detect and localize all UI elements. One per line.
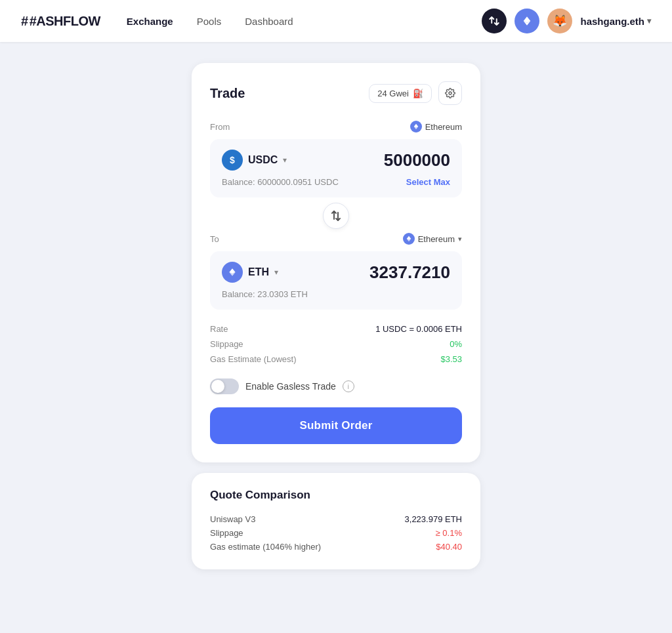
from-token-name: USDC bbox=[248, 154, 278, 166]
quote-slippage-row: Slippage ≥ 0.1% bbox=[210, 526, 462, 540]
trade-card: Trade 24 Gwei ⛽ From bbox=[192, 63, 480, 462]
logo-hash: # bbox=[21, 14, 28, 29]
to-label-row: To Ethereum ▾ bbox=[210, 233, 462, 245]
from-label: From bbox=[210, 122, 230, 132]
gwei-button[interactable]: 24 Gwei ⛽ bbox=[369, 84, 432, 103]
slippage-value: 0% bbox=[450, 339, 462, 349]
from-label-row: From Ethereum bbox=[210, 121, 462, 133]
card-header-right: 24 Gwei ⛽ bbox=[369, 81, 462, 105]
nav-right: 🦊 hashgang.eth ▾ bbox=[482, 9, 651, 33]
gas-value: $3.53 bbox=[440, 354, 462, 364]
slippage-row: Slippage 0% bbox=[210, 337, 462, 352]
to-network-icon bbox=[403, 233, 415, 245]
quote-gas-row: Gas estimate (1046% higher) $40.40 bbox=[210, 540, 462, 554]
to-network-chevron-icon: ▾ bbox=[458, 235, 462, 243]
to-token-row: ETH ▾ 3237.7210 bbox=[222, 262, 450, 283]
quote-slippage-value: ≥ 0.1% bbox=[436, 528, 462, 538]
rate-row: Rate 1 USDC = 0.0006 ETH bbox=[210, 321, 462, 337]
nav-links: Exchange Pools Dashboard bbox=[127, 16, 482, 27]
to-token-name: ETH bbox=[248, 266, 269, 278]
gasless-info-icon[interactable]: i bbox=[343, 380, 354, 392]
avatar-btn[interactable]: 🦊 bbox=[547, 9, 572, 33]
rate-info: Rate 1 USDC = 0.0006 ETH Slippage 0% Gas… bbox=[210, 321, 462, 367]
gas-label: Gas Estimate (Lowest) bbox=[210, 354, 297, 364]
from-network: Ethereum bbox=[410, 121, 462, 133]
to-token-amount: 3237.7210 bbox=[369, 262, 450, 283]
nav-exchange[interactable]: Exchange bbox=[127, 16, 173, 27]
gas-row: Gas Estimate (Lowest) $3.53 bbox=[210, 352, 462, 367]
select-max-button[interactable]: Select Max bbox=[406, 177, 450, 187]
quote-provider-row: Uniswap V3 3,223.979 ETH bbox=[210, 512, 462, 526]
from-token-chevron-icon: ▾ bbox=[283, 155, 287, 165]
swap-direction-button[interactable] bbox=[323, 203, 349, 229]
usdc-icon: $ bbox=[222, 150, 243, 171]
to-token-chevron-icon: ▾ bbox=[274, 268, 278, 277]
rate-value: 1 USDC = 0.0006 ETH bbox=[375, 324, 462, 334]
from-token-row: $ USDC ▾ 5000000 bbox=[222, 150, 450, 171]
swap-center bbox=[210, 203, 462, 229]
gwei-value: 24 Gwei bbox=[377, 89, 409, 98]
gas-pump-icon: ⛽ bbox=[413, 89, 423, 98]
navbar: ##ASHFLOW Exchange Pools Dashboard 🦊 has… bbox=[0, 0, 672, 42]
gasless-toggle[interactable] bbox=[210, 378, 239, 394]
svg-point-2 bbox=[449, 92, 452, 94]
quote-title: Quote Comparison bbox=[210, 489, 462, 502]
nav-dashboard[interactable]: Dashboard bbox=[245, 16, 293, 27]
from-token-amount[interactable]: 5000000 bbox=[384, 150, 450, 171]
ethereum-icon-btn[interactable] bbox=[514, 9, 539, 33]
submit-button[interactable]: Submit Order bbox=[210, 407, 462, 444]
to-network[interactable]: Ethereum ▾ bbox=[403, 233, 462, 245]
logo-text: #ASHFLOW bbox=[30, 14, 100, 29]
exchange-icon-btn[interactable] bbox=[482, 9, 507, 33]
from-network-label: Ethereum bbox=[425, 122, 462, 132]
wallet-address: hashgang.eth bbox=[580, 16, 644, 27]
quote-card: Quote Comparison Uniswap V3 3,223.979 ET… bbox=[192, 473, 480, 569]
from-balance: Balance: 6000000.0951 USDC bbox=[222, 177, 339, 187]
eth-icon bbox=[222, 262, 243, 283]
trade-title: Trade bbox=[210, 86, 245, 101]
quote-provider-label: Uniswap V3 bbox=[210, 514, 255, 524]
settings-button[interactable] bbox=[438, 81, 462, 105]
slippage-label: Slippage bbox=[210, 339, 243, 349]
from-token-selector[interactable]: $ USDC ▾ bbox=[222, 150, 287, 171]
trade-card-header: Trade 24 Gwei ⛽ bbox=[210, 81, 462, 105]
wallet-label[interactable]: hashgang.eth ▾ bbox=[580, 16, 651, 27]
quote-slippage-label: Slippage bbox=[210, 528, 243, 538]
from-token-box: $ USDC ▾ 5000000 Balance: 6000000.0951 U… bbox=[210, 139, 462, 197]
to-network-label: Ethereum bbox=[418, 234, 455, 244]
main: Trade 24 Gwei ⛽ From bbox=[0, 42, 672, 590]
quote-gas-value: $40.40 bbox=[436, 542, 462, 552]
logo: ##ASHFLOW bbox=[21, 14, 100, 29]
wallet-chevron-icon: ▾ bbox=[647, 16, 651, 26]
to-balance-row: Balance: 23.0303 ETH bbox=[222, 289, 450, 299]
quote-gas-label: Gas estimate (1046% higher) bbox=[210, 542, 321, 552]
to-balance: Balance: 23.0303 ETH bbox=[222, 289, 308, 299]
gasless-row: Enable Gasless Trade i bbox=[210, 378, 462, 394]
quote-provider-value: 3,223.979 ETH bbox=[405, 514, 462, 524]
from-balance-row: Balance: 6000000.0951 USDC Select Max bbox=[222, 177, 450, 187]
from-network-icon bbox=[410, 121, 422, 133]
to-token-selector[interactable]: ETH ▾ bbox=[222, 262, 278, 283]
rate-label: Rate bbox=[210, 324, 228, 334]
to-label: To bbox=[210, 234, 219, 244]
nav-pools[interactable]: Pools bbox=[197, 16, 222, 27]
gasless-label: Enable Gasless Trade bbox=[245, 381, 336, 392]
toggle-thumb bbox=[211, 380, 224, 393]
to-token-box: ETH ▾ 3237.7210 Balance: 23.0303 ETH bbox=[210, 251, 462, 310]
